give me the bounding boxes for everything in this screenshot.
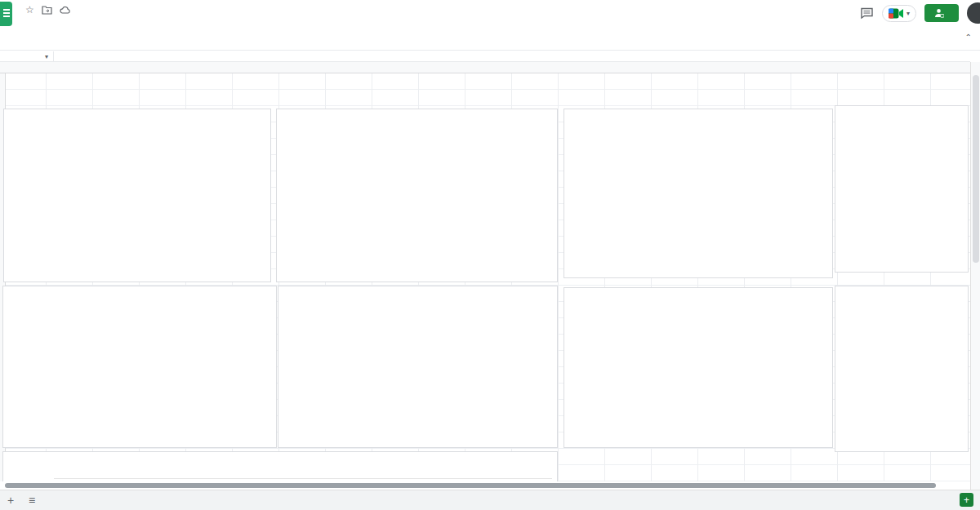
chart-data-by-ad-id[interactable] [564, 109, 833, 278]
move-folder-icon[interactable] [42, 6, 52, 15]
comment-history-icon[interactable] [860, 7, 874, 20]
titlebar: ☆ [18, 2, 71, 17]
vertical-scrollbar[interactable] [970, 62, 980, 490]
vertical-scrollbar-thumb[interactable] [973, 75, 979, 263]
formula-bar: ▾ [0, 51, 970, 62]
avatar[interactable] [967, 2, 980, 24]
sheet-tab-bar: + ≡ [0, 490, 980, 510]
chevron-down-icon: ▾ [906, 10, 910, 17]
side-panel-icon[interactable]: + [960, 493, 973, 507]
add-sheet-button[interactable]: + [0, 490, 21, 510]
cloud-status-icon[interactable] [60, 6, 71, 14]
all-sheets-button[interactable]: ≡ [21, 490, 42, 510]
person-lock-icon [934, 8, 944, 18]
menubar [15, 17, 24, 29]
google-sheets-app: ☆ ▾ ⌃ ▾ [0, 0, 980, 510]
chart-cost-per-unit-partial[interactable] [2, 451, 558, 482]
toolbar [0, 30, 980, 51]
meet-call-button[interactable]: ▾ [882, 5, 916, 22]
sheets-logo [0, 2, 12, 26]
column-headers [0, 62, 970, 73]
table-ad-data[interactable] [835, 105, 969, 273]
chart-ad-spend[interactable] [276, 109, 558, 282]
chart-data-by-content[interactable] [564, 287, 833, 448]
titlebar-actions: ▾ [860, 2, 977, 24]
toolbar-collapse-icon[interactable]: ⌃ [965, 33, 972, 42]
chart-data-vs-pixel[interactable] [278, 286, 558, 448]
gridline [54, 478, 552, 479]
name-box[interactable]: ▾ [0, 51, 54, 62]
star-icon[interactable]: ☆ [25, 4, 34, 16]
horizontal-scrollbar[interactable] [0, 481, 970, 490]
chart-page-engagement[interactable] [3, 109, 271, 282]
horizontal-scrollbar-thumb[interactable] [5, 483, 936, 488]
table-ad-spend[interactable] [2, 286, 277, 448]
table-content[interactable] [835, 286, 969, 452]
share-button[interactable] [924, 4, 959, 22]
